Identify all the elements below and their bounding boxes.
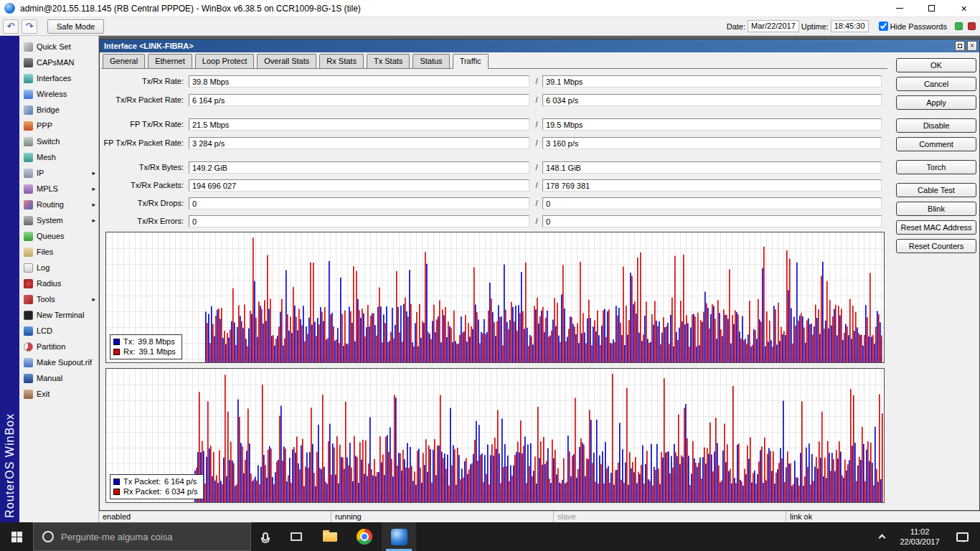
cancel-button[interactable]: Cancel (896, 77, 976, 91)
tx-rate-input[interactable] (189, 75, 529, 88)
status-link-ok: link ok (786, 512, 980, 523)
sidebar-item-ip[interactable]: IP▸ (19, 165, 98, 181)
rx-errors-input[interactable] (542, 215, 882, 227)
action-center-button[interactable] (947, 522, 977, 551)
field-label: Tx/Rx Drops: (100, 197, 184, 210)
sidebar-item-exit[interactable]: Exit (19, 386, 98, 402)
blink-button[interactable]: Blink (896, 202, 976, 216)
ok-button[interactable]: OK (896, 58, 976, 72)
sidebar-item-bridge[interactable]: Bridge (19, 102, 98, 118)
torch-button[interactable]: Torch (896, 160, 976, 174)
tx-errors-input[interactable] (189, 215, 529, 227)
tab-status[interactable]: Status (413, 54, 449, 68)
rx-packet-rate-input[interactable] (542, 94, 882, 106)
uptime-value: 18:45:30 (831, 20, 869, 32)
tx-packets-input[interactable] (189, 179, 529, 192)
cortana-search-box[interactable]: Pergunte-me alguma coisa (33, 522, 251, 551)
disable-button[interactable]: Disable (896, 118, 976, 133)
apply-button[interactable]: Apply (896, 95, 976, 110)
start-button[interactable] (0, 522, 33, 551)
ppp-icon (24, 121, 33, 131)
sidebar-item-mpls[interactable]: MPLS▸ (19, 181, 98, 197)
fp-rx-packet-rate-input[interactable] (542, 137, 882, 149)
field-label: Tx/Rx Bytes: (100, 161, 184, 174)
redo-button[interactable]: ↷ (22, 19, 37, 34)
sidebar-item-switch[interactable]: Switch (19, 133, 98, 149)
tab-overall-stats[interactable]: Overall Stats (257, 54, 316, 68)
cable-test-button[interactable]: Cable Test (896, 183, 976, 197)
chrome-button[interactable] (347, 522, 382, 551)
rx-swatch-icon (113, 489, 120, 495)
packet-rate-chart: Tx Packet:6 164 p/s Rx Packet:6 034 p/s (105, 368, 885, 503)
rx-rate-input[interactable] (542, 75, 882, 88)
tab-rx-stats[interactable]: Rx Stats (319, 54, 364, 68)
task-view-icon (291, 532, 302, 541)
traffic-rate-canvas (106, 232, 884, 362)
dialog-tile-button[interactable] (955, 41, 965, 51)
minimize-button[interactable] (883, 0, 915, 17)
sidebar-item-queues[interactable]: Queues (19, 228, 98, 244)
fp-tx-packet-rate-input[interactable] (189, 137, 529, 149)
sidebar-item-manual[interactable]: Manual (19, 370, 98, 386)
brand-vertical-text: RouterOS WinBox (4, 413, 17, 522)
supout-icon (24, 358, 33, 367)
uptime-label: Uptime: (801, 22, 829, 31)
packet-rate-canvas (106, 369, 884, 502)
sidebar-item-wireless[interactable]: Wireless (19, 86, 98, 102)
submenu-arrow-icon: ▸ (92, 185, 95, 192)
sidebar-item-interfaces[interactable]: Interfaces (19, 70, 98, 86)
rx-packets-input[interactable] (542, 179, 882, 192)
sidebar-item-new-terminal[interactable]: New Terminal (19, 307, 98, 323)
tab-ethernet[interactable]: Ethernet (148, 54, 192, 68)
sidebar-item-system[interactable]: System▸ (19, 212, 98, 228)
sidebar-item-log[interactable]: Log (19, 260, 98, 276)
undo-button[interactable]: ↶ (3, 19, 19, 34)
status-enabled: enabled (99, 512, 331, 523)
tx-drops-input[interactable] (189, 197, 529, 209)
fp-tx-rate-input[interactable] (189, 118, 529, 131)
fp-rx-rate-input[interactable] (542, 118, 882, 131)
tab-tx-stats[interactable]: Tx Stats (367, 54, 410, 68)
taskbar-clock[interactable]: 11:02 22/03/2017 (892, 522, 947, 551)
tx-bytes-input[interactable] (189, 161, 529, 174)
folder-icon (323, 532, 337, 542)
close-button[interactable]: × (948, 0, 980, 17)
safe-mode-button[interactable]: Safe Mode (47, 19, 104, 34)
task-view-button[interactable] (280, 522, 313, 551)
hidden-icons-button[interactable] (871, 522, 892, 551)
sidebar-item-make-supout[interactable]: Make Supout.rif (19, 354, 98, 370)
close-icon: × (961, 4, 966, 14)
file-explorer-button[interactable] (313, 522, 347, 551)
tab-loop-protect[interactable]: Loop Protect (195, 54, 254, 68)
slash-separator: / (533, 137, 540, 150)
sidebar-item-radius[interactable]: Radius (19, 276, 98, 291)
sidebar-item-ppp[interactable]: PPP (19, 118, 98, 133)
comment-button[interactable]: Comment (896, 137, 976, 151)
sidebar-item-partition[interactable]: Partition (19, 339, 98, 354)
mesh-icon (24, 153, 33, 162)
sidebar-item-mesh[interactable]: Mesh (19, 149, 98, 165)
sidebar-item-lcd[interactable]: LCD (19, 323, 98, 339)
rx-drops-input[interactable] (542, 197, 882, 209)
rx-bytes-input[interactable] (542, 161, 882, 174)
system-tray: 11:02 22/03/2017 (871, 522, 980, 551)
radius-icon (24, 279, 33, 288)
form-row: Tx/Rx Packets: / (100, 179, 979, 192)
tab-general[interactable]: General (103, 54, 145, 68)
form-row: Tx/Rx Rate: / (100, 75, 979, 88)
dialog-close-button[interactable]: × (967, 41, 977, 51)
tab-traffic[interactable]: Traffic (453, 54, 489, 69)
winbox-taskbar-button[interactable] (382, 522, 416, 551)
microphone-button[interactable] (251, 522, 280, 551)
sidebar-item-files[interactable]: Files (19, 244, 98, 260)
reset-mac-address-button[interactable]: Reset MAC Address (896, 220, 976, 235)
dialog-titlebar[interactable]: Interface <LINK-FIBRA> (100, 39, 979, 52)
sidebar-item-capsman[interactable]: CAPsMAN (19, 55, 98, 70)
hide-passwords-checkbox[interactable] (879, 22, 888, 31)
sidebar-item-quick-set[interactable]: Quick Set (19, 39, 98, 55)
tx-packet-rate-input[interactable] (189, 94, 529, 106)
maximize-button[interactable] (915, 0, 948, 17)
sidebar-item-tools[interactable]: Tools▸ (19, 291, 98, 307)
reset-counters-button[interactable]: Reset Counters (896, 239, 976, 253)
sidebar-item-routing[interactable]: Routing▸ (19, 197, 98, 212)
